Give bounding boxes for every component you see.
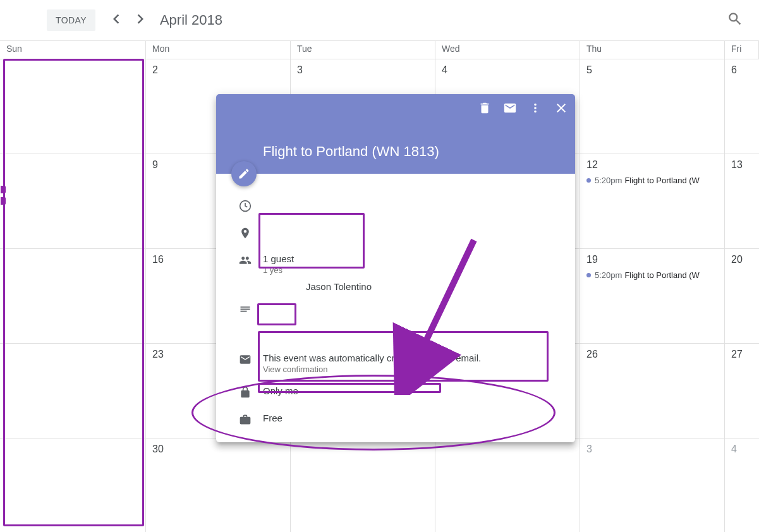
- date-number: 30: [152, 444, 284, 455]
- date-number: 6: [731, 64, 753, 76]
- calendar-cell[interactable]: [0, 154, 146, 248]
- location-icon: [239, 227, 252, 242]
- calendar-cell[interactable]: 6: [725, 59, 759, 154]
- annotation-bars: [1, 186, 6, 209]
- calendar-cell[interactable]: 13: [725, 154, 759, 248]
- auto-created-text: This event was automatically created fro…: [263, 353, 564, 363]
- popover-actions: [478, 100, 569, 118]
- event-title: Flight to Portland (W: [624, 270, 700, 280]
- date-number: 13: [731, 159, 753, 171]
- calendar-cell[interactable]: [291, 438, 435, 532]
- popover-header: Flight to Portland (WN 1813): [216, 94, 575, 174]
- date-number: 19: [586, 254, 718, 265]
- date-number: 12: [586, 159, 718, 171]
- calendar-cell[interactable]: 26: [580, 343, 725, 438]
- lock-icon: [239, 386, 252, 401]
- date-number: 3: [586, 444, 718, 455]
- chevron-left-icon[interactable]: [107, 9, 126, 31]
- guest-name: Jason Tolentino: [263, 281, 564, 292]
- event-time: 5:20pm: [595, 270, 622, 280]
- trash-icon[interactable]: [478, 101, 492, 118]
- calendar-cell[interactable]: 5: [580, 59, 725, 154]
- calendar-cell[interactable]: [435, 438, 580, 532]
- date-number: 3: [297, 64, 428, 76]
- date-number: 4: [442, 64, 573, 76]
- guests-count: 1 guest: [263, 253, 564, 264]
- mail-icon[interactable]: [503, 101, 517, 118]
- search-icon[interactable]: [727, 11, 743, 30]
- calendar-cell[interactable]: [0, 438, 146, 532]
- event-title: Flight to Portland (W: [624, 176, 700, 185]
- popover-body: 1 guest 1 yes Jason Tolentino This event…: [216, 174, 575, 442]
- event-time: 5:20pm: [595, 176, 622, 185]
- nav-arrows: [107, 9, 150, 31]
- time-row: [228, 199, 564, 215]
- event-popover: Flight to Portland (WN 1813) 1 guest 1 y…: [216, 94, 575, 442]
- calendar-cell[interactable]: 195:20pmFlight to Portland (W: [580, 248, 725, 343]
- description-row: [228, 303, 564, 341]
- calendar-event[interactable]: 5:20pmFlight to Portland (W: [586, 176, 718, 185]
- day-header: Mon: [146, 41, 291, 59]
- calendar-cell[interactable]: 27: [725, 343, 759, 438]
- month-title: April 2018: [160, 12, 222, 28]
- day-header: Tue: [291, 41, 435, 59]
- date-number: 26: [586, 349, 718, 360]
- calendar-cell[interactable]: 125:20pmFlight to Portland (W: [580, 154, 725, 248]
- source-row: This event was automatically created fro…: [228, 353, 564, 374]
- chevron-right-icon[interactable]: [131, 9, 150, 31]
- date-number: 5: [586, 64, 718, 76]
- date-number: 2: [152, 64, 284, 76]
- day-header: Wed: [435, 41, 580, 59]
- event-dot: [586, 273, 591, 277]
- calendar-cell[interactable]: [0, 343, 146, 438]
- edit-fab[interactable]: [231, 161, 257, 186]
- more-icon[interactable]: [528, 101, 542, 118]
- calendar-cell[interactable]: 4: [725, 438, 759, 532]
- day-header: Fri: [725, 41, 759, 59]
- day-header: Sun: [0, 41, 146, 59]
- today-button[interactable]: TODAY: [47, 9, 95, 31]
- event-dot: [586, 178, 591, 183]
- busy-row: Free: [228, 413, 564, 428]
- busy-value: Free: [263, 413, 564, 423]
- calendar-cell[interactable]: 30: [146, 438, 291, 532]
- view-confirmation-link[interactable]: View confirmation: [263, 365, 564, 374]
- visibility-row: Only me: [228, 385, 564, 401]
- calendar-cell[interactable]: 20: [725, 248, 759, 343]
- notes-icon: [239, 304, 252, 319]
- visibility-value: Only me: [263, 385, 564, 396]
- calendar-event[interactable]: 5:20pmFlight to Portland (W: [586, 270, 718, 280]
- date-number: 4: [731, 444, 753, 455]
- calendar-cell[interactable]: [0, 248, 146, 343]
- guests-yes: 1 yes: [263, 265, 564, 275]
- close-icon[interactable]: [554, 100, 569, 118]
- briefcase-icon: [239, 413, 252, 428]
- calendar-cell[interactable]: 3: [580, 438, 725, 532]
- clock-icon: [239, 200, 252, 215]
- day-header: Thu: [580, 41, 725, 59]
- header: TODAY April 2018: [0, 0, 759, 40]
- email-source-icon: [239, 353, 252, 368]
- people-icon: [239, 254, 252, 269]
- guests-row: 1 guest 1 yes Jason Tolentino: [228, 253, 564, 292]
- calendar-cell[interactable]: [0, 59, 146, 154]
- location-row: [228, 226, 564, 242]
- date-number: 27: [731, 349, 753, 360]
- event-title: Flight to Portland (WN 1813): [263, 143, 575, 160]
- date-number: 20: [731, 254, 753, 265]
